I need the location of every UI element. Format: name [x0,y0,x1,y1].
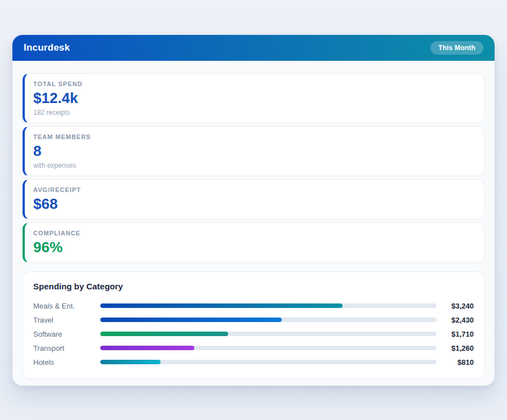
category-value: $3,240 [441,302,474,310]
stat-subtext: with expenses [33,162,474,169]
bar-track [100,303,437,308]
bar-fill [100,346,194,350]
category-row-hotels: Hotels $810 [33,355,474,369]
dashboard-card: Incurdesk This Month TOTAL SPEND $12.4k … [12,35,495,386]
category-row-meals: Meals & Ent. $3,240 [33,299,474,313]
stat-card-avg-receipt: AVG/RECEIPT $68 [23,179,484,220]
bar-fill [100,332,228,336]
stat-value: 8 [33,143,474,160]
category-label: Hotels [33,358,100,367]
chart-title: Spending by Category [33,282,474,291]
stat-label: TEAM MEMBERS [33,133,474,140]
category-value: $2,430 [441,316,474,324]
bar-fill [100,303,343,308]
category-value: $1,710 [441,330,474,338]
stat-value: $68 [33,196,474,213]
stat-label: COMPLIANCE [33,230,474,236]
bar-track [100,346,437,350]
stat-card-compliance: COMPLIANCE 96% [23,222,484,263]
bar-fill [100,318,282,322]
stat-card-team-members: TEAM MEMBERS 8 with expenses [23,126,484,176]
app-title: Incurdesk [24,42,70,53]
category-row-transport: Transport $1,260 [33,341,474,355]
bar-fill [100,360,161,364]
bar-track [100,360,437,364]
page-background: { "header": { "title": "Incurdesk", "bad… [0,0,507,420]
category-row-travel: Travel $2,430 [33,313,474,327]
stat-label: AVG/RECEIPT [33,186,474,193]
category-label: Transport [33,344,100,352]
stat-label: TOTAL SPEND [33,81,474,87]
app-header: Incurdesk This Month [12,35,495,61]
stat-value: $12.4k [33,90,474,107]
category-value: $810 [441,358,474,367]
period-badge-button[interactable]: This Month [430,41,483,55]
category-label: Travel [33,316,100,324]
category-label: Meals & Ent. [33,302,100,310]
dashboard-content: TOTAL SPEND $12.4k 182 receipts TEAM MEM… [12,61,495,379]
stat-subtext: 182 receipts [33,109,474,117]
bar-track [100,332,437,336]
stat-value: 96% [33,239,474,256]
category-label: Software [33,330,100,338]
stat-card-total-spend: TOTAL SPEND $12.4k 182 receipts [23,73,484,123]
category-row-software: Software $1,710 [33,327,474,341]
category-value: $1,260 [441,344,474,352]
bar-track [100,318,437,322]
spending-by-category-card: Spending by Category Meals & Ent. $3,240… [23,271,484,379]
